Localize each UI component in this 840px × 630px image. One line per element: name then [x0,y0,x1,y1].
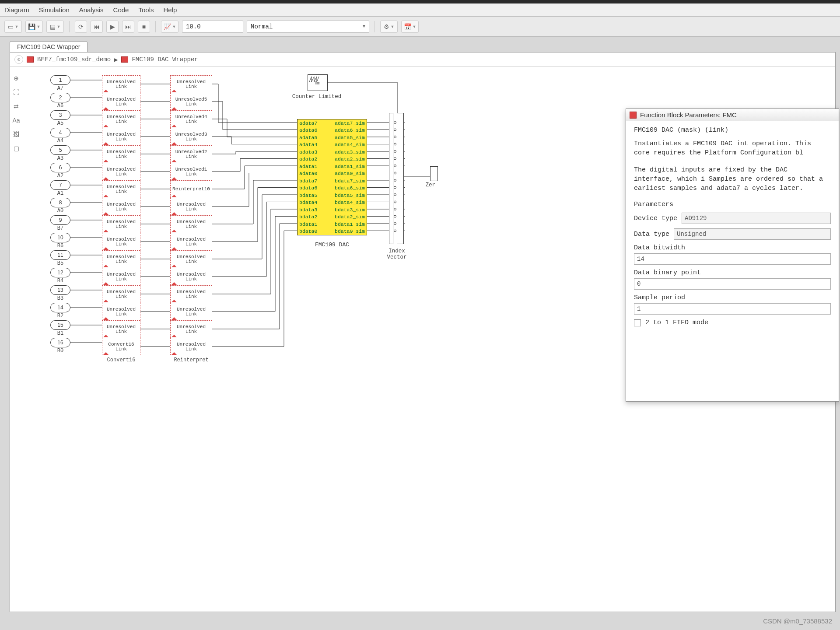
inport-A6[interactable]: 2A6 [50,93,70,109]
image-icon[interactable]: 🖼 [12,130,20,138]
inport-A0[interactable]: 8A0 [50,198,70,214]
col-convert-cell-1[interactable]: UnresolvedLink [102,93,140,110]
menu-diagram[interactable]: Diagram [4,6,29,14]
fmc109-dac-block[interactable]: adata7adata7_simadata6adata6_simadata5ad… [297,119,367,235]
col-reint-cell-1[interactable]: Unresolved5Link [170,93,212,110]
step-back-button[interactable]: ⏮ [91,21,103,33]
col-reint-cell-4[interactable]: Unresolved2Link [170,145,212,163]
col-convert-cell-5[interactable]: UnresolvedLink [102,163,140,180]
breadcrumb: ⊙ BEE7_fmc109_sdr_demo ▶ FMC109 DAC Wrap… [10,52,835,67]
inport-A7[interactable]: 1A7 [50,75,70,91]
refresh-button[interactable]: ⟳ [75,21,87,33]
scope-button[interactable]: 📈▼ [161,21,178,33]
nav-up-button[interactable]: ⊙ [14,55,23,64]
fifo-checkbox[interactable] [634,319,641,326]
inport-A1[interactable]: 7A1 [50,180,70,196]
zero-block[interactable] [430,166,438,181]
col-convert-cell-10[interactable]: UnresolvedLink [102,250,140,268]
col-convert-cell-0[interactable]: UnresolvedLink [102,75,140,93]
dialog-title: Function Block Parameters: FMC [640,111,737,119]
inport-B4[interactable]: 12B4 [50,268,70,284]
new-model-button[interactable]: ▭▼ [4,21,22,33]
col-convert-cell-3[interactable]: UnresolvedLink [102,128,140,145]
build-button[interactable]: ⚙▼ [380,21,398,33]
col-reint-cell-3[interactable]: Unresolved3Link [170,128,212,145]
menu-code[interactable]: Code [113,6,129,14]
inport-B3[interactable]: 13B3 [50,285,70,301]
col-reint-cell-8[interactable]: UnresolvedLink [170,215,212,233]
menu-tools[interactable]: Tools [138,6,154,14]
inport-A3[interactable]: 5A3 [50,145,70,161]
col-convert-cell-14[interactable]: UnresolvedLink [102,320,140,338]
col-convert-cell-8[interactable]: UnresolvedLink [102,215,140,233]
svg-point-2 [394,136,396,138]
col-convert-cell-15[interactable]: Convert16Link [102,338,140,355]
inport-B0[interactable]: 16B0 [50,338,70,354]
bitwidth-label: Data bitwidth [634,244,831,252]
col-reint-cell-12[interactable]: UnresolvedLink [170,285,212,303]
inport-B2[interactable]: 14B2 [50,303,70,319]
library-button[interactable]: ▤▼ [46,21,64,33]
reinterpret-block-column[interactable]: UnresolvedLinkUnresolved5LinkUnresolved4… [170,75,212,363]
inport-B1[interactable]: 15B1 [50,320,70,336]
inport-A5[interactable]: 3A5 [50,110,70,126]
col-convert-cell-11[interactable]: UnresolvedLink [102,268,140,285]
col-convert-cell-7[interactable]: UnresolvedLink [102,198,140,215]
counter-limited-block[interactable]: lim [308,74,328,91]
col-reint-cell-2[interactable]: Unresolved4Link [170,110,212,128]
col-convert-cell-12[interactable]: UnresolvedLink [102,285,140,303]
inport-A4[interactable]: 4A4 [50,128,70,144]
col-convert-cell-2[interactable]: UnresolvedLink [102,110,140,128]
col-reint-cell-11[interactable]: UnresolvedLink [170,268,212,285]
data-type-field[interactable] [674,228,831,240]
col-reint-cell-6[interactable]: Reinterpret10 [170,180,212,198]
device-type-field[interactable] [682,213,831,224]
menu-analysis[interactable]: Analysis [79,6,104,14]
inport-B5[interactable]: 11B5 [50,250,70,266]
swap-icon[interactable]: ⇄ [12,102,20,110]
blank-tool[interactable]: ▢ [12,144,20,152]
dialog-titlebar[interactable]: Function Block Parameters: FMC [626,109,839,121]
col-reint-cell-13[interactable]: UnresolvedLink [170,303,212,320]
stop-button[interactable]: ■ [138,21,150,33]
index-vector-block[interactable] [397,113,404,244]
bitwidth-field[interactable] [634,253,831,265]
inport-A2[interactable]: 6A2 [50,163,70,179]
dac-row-bdata5: bdata5bdata5_sim [298,192,367,199]
col-convert-cell-6[interactable]: UnresolvedLink [102,180,140,198]
convert-block-column[interactable]: UnresolvedLinkUnresolvedLinkUnresolvedLi… [102,75,140,363]
menu-help[interactable]: Help [163,6,177,14]
zoom-icon[interactable]: ⊕ [12,74,20,82]
simulation-mode-select[interactable]: Normal▼ [247,21,369,33]
col-reint-cell-10[interactable]: UnresolvedLink [170,250,212,268]
inport-B6[interactable]: 10B6 [50,233,70,249]
sample-period-field[interactable] [634,303,831,315]
save-button[interactable]: 💾▼ [25,21,43,33]
annotation-icon[interactable]: Aa [12,116,20,124]
col-reint-cell-9[interactable]: UnresolvedLink [170,233,212,250]
svg-point-12 [394,208,396,210]
step-forward-button[interactable]: ⏭ [122,21,134,33]
col-reint-cell-5[interactable]: Unresolved1Link [170,163,212,180]
col-convert-cell-4[interactable]: UnresolvedLink [102,145,140,163]
block-parameters-dialog[interactable]: Function Block Parameters: FMC FMC109 DA… [626,108,839,402]
breadcrumb-leaf[interactable]: FMC109 DAC Wrapper [132,56,198,63]
col-convert-cell-13[interactable]: UnresolvedLink [102,303,140,320]
col-convert-cell-9[interactable]: UnresolvedLink [102,233,140,250]
menu-simulation[interactable]: Simulation [39,6,70,14]
stop-time-field[interactable]: 10.0 [182,21,243,33]
index-vector-input[interactable] [389,113,393,244]
breadcrumb-root[interactable]: BEE7_fmc109_sdr_demo [37,56,111,63]
run-button[interactable]: ▶ [106,21,119,33]
col-reint-cell-0[interactable]: UnresolvedLink [170,75,212,93]
model-tab[interactable]: FMC109 DAC Wrapper [10,41,88,52]
dac-row-adata0: adata0adata0_sim [298,170,367,178]
col-reint-cell-14[interactable]: UnresolvedLink [170,320,212,338]
col-reint-cell-7[interactable]: UnresolvedLink [170,198,212,215]
col-reint-cell-15[interactable]: UnresolvedLink [170,338,212,355]
dac-block-label: FMC109 DAC [297,242,367,248]
target-button[interactable]: 📅▼ [401,21,419,33]
inport-B7[interactable]: 9B7 [50,215,70,231]
fit-icon[interactable]: ⛶ [12,88,20,96]
binary-point-field[interactable] [634,278,831,290]
